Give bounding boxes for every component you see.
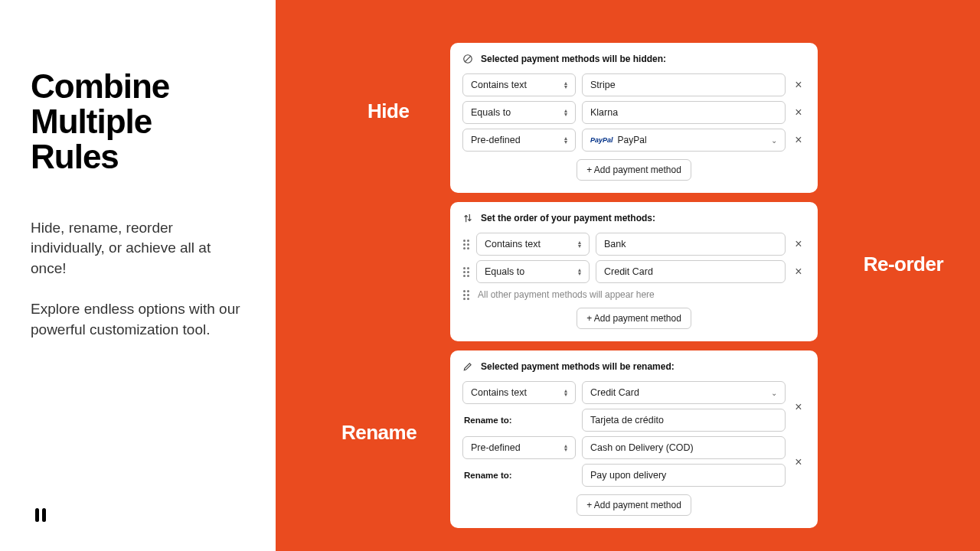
- rename-input[interactable]: Pay upon delivery: [582, 464, 786, 487]
- operator-label: Pre-defined: [471, 135, 521, 145]
- operator-label: Equals to: [471, 107, 511, 118]
- rename-text: Tarjeta de crédito: [590, 415, 664, 425]
- value-input[interactable]: Cash on Delivery (COD): [582, 436, 786, 459]
- rename-text: Pay upon delivery: [590, 470, 666, 481]
- rename-card-title: Selected payment methods will be renamed…: [481, 361, 675, 372]
- rename-row-top: Pre-defined▴▾Cash on Delivery (COD): [462, 436, 805, 459]
- rename-group: Contains text▴▾Credit Card⌄Rename to:Tar…: [462, 381, 805, 432]
- reorder-hint-row: All other payment methods will appear he…: [462, 289, 805, 300]
- label-rename: Rename: [341, 421, 416, 445]
- value-input[interactable]: PayPalPayPal⌄: [582, 129, 786, 152]
- svg-rect-0: [35, 508, 39, 522]
- svg-rect-1: [42, 508, 46, 522]
- add-payment-method-button[interactable]: + Add payment method: [577, 159, 691, 181]
- label-reorder: Re-order: [864, 253, 943, 276]
- value-text: Credit Card: [604, 266, 653, 277]
- remove-row-button[interactable]: ×: [792, 401, 805, 413]
- paypal-logo-icon: PayPal: [590, 136, 613, 144]
- remove-row-button[interactable]: ×: [792, 134, 805, 146]
- hide-card: Selected payment methods will be hidden:…: [450, 43, 818, 193]
- operator-label: Contains text: [485, 239, 541, 249]
- operator-select[interactable]: Contains text▴▾: [476, 233, 590, 256]
- rename-card-header: Selected payment methods will be renamed…: [462, 361, 805, 372]
- hide-row: Pre-defined▴▾PayPalPayPal⌄×: [462, 129, 805, 152]
- operator-label: Contains text: [471, 80, 527, 90]
- value-text: Klarna: [590, 107, 618, 118]
- reorder-hint: All other payment methods will appear he…: [478, 289, 655, 300]
- drag-handle-icon[interactable]: [462, 240, 470, 249]
- reorder-row: Contains text▴▾Bank×: [462, 233, 805, 256]
- rename-row-top: Contains text▴▾Credit Card⌄: [462, 381, 805, 404]
- operator-label: Pre-defined: [471, 442, 521, 453]
- remove-row-button[interactable]: ×: [792, 456, 805, 468]
- label-hide: Hide: [368, 99, 409, 123]
- rename-to-label: Rename to:: [462, 471, 576, 480]
- reorder-row: Equals to▴▾Credit Card×: [462, 260, 805, 283]
- rename-icon: [462, 361, 473, 372]
- reorder-card-header: Set the order of your payment methods:: [462, 213, 805, 223]
- remove-row-button[interactable]: ×: [792, 106, 805, 119]
- remove-row-button[interactable]: ×: [792, 238, 805, 250]
- drag-handle-icon[interactable]: [462, 267, 470, 277]
- brand-logo: [31, 505, 51, 528]
- rename-card: Selected payment methods will be renamed…: [450, 350, 818, 528]
- rename-input[interactable]: Tarjeta de crédito: [582, 409, 786, 432]
- add-payment-method-button[interactable]: + Add payment method: [577, 308, 691, 329]
- value-input[interactable]: Stripe: [582, 73, 786, 96]
- value-text: PayPal: [618, 135, 647, 145]
- rename-row-bottom: Rename to:Pay upon delivery: [462, 464, 805, 487]
- reorder-card: Set the order of your payment methods: C…: [450, 202, 818, 341]
- chevron-down-icon: ⌄: [771, 136, 777, 145]
- value-input[interactable]: Credit Card⌄: [582, 381, 786, 404]
- chevron-down-icon: ⌄: [771, 389, 777, 397]
- remove-row-button[interactable]: ×: [792, 266, 805, 278]
- operator-select[interactable]: Pre-defined▴▾: [462, 129, 576, 152]
- subtext: Hide, rename, reorder individually, or a…: [31, 218, 245, 341]
- value-text: Bank: [604, 239, 626, 249]
- left-panel: Combine Multiple Rules Hide, rename, reo…: [0, 0, 276, 551]
- hide-card-title: Selected payment methods will be hidden:: [481, 54, 666, 64]
- add-payment-method-button[interactable]: + Add payment method: [577, 494, 691, 516]
- hide-icon: [462, 54, 473, 64]
- value-text: Stripe: [590, 80, 616, 90]
- operator-label: Equals to: [485, 266, 524, 277]
- value-text: Cash on Delivery (COD): [590, 442, 694, 453]
- hide-row: Contains text▴▾Stripe×: [462, 73, 805, 96]
- drag-handle-icon[interactable]: [462, 290, 470, 300]
- operator-select[interactable]: Pre-defined▴▾: [462, 436, 576, 459]
- headline: Combine Multiple Rules: [31, 69, 245, 175]
- reorder-card-title: Set the order of your payment methods:: [481, 213, 655, 223]
- remove-row-button[interactable]: ×: [792, 79, 805, 91]
- operator-select[interactable]: Contains text▴▾: [462, 73, 576, 96]
- operator-select[interactable]: Equals to▴▾: [462, 101, 576, 124]
- operator-select[interactable]: Equals to▴▾: [476, 260, 590, 283]
- rename-row-bottom: Rename to:Tarjeta de crédito: [462, 409, 805, 432]
- operator-select[interactable]: Contains text▴▾: [462, 381, 576, 404]
- reorder-icon: [462, 213, 473, 223]
- hide-card-header: Selected payment methods will be hidden:: [462, 54, 805, 64]
- rename-group: Pre-defined▴▾Cash on Delivery (COD)Renam…: [462, 436, 805, 487]
- value-input[interactable]: Klarna: [582, 101, 786, 124]
- svg-line-3: [465, 56, 471, 62]
- hide-row: Equals to▴▾Klarna×: [462, 101, 805, 124]
- rename-to-label: Rename to:: [462, 416, 576, 425]
- value-text: Credit Card: [590, 387, 639, 398]
- value-input[interactable]: Bank: [596, 233, 786, 256]
- operator-label: Contains text: [471, 387, 527, 398]
- value-input[interactable]: Credit Card: [596, 260, 786, 283]
- right-panel: Hide Re-order Rename Selected payment me…: [276, 0, 980, 551]
